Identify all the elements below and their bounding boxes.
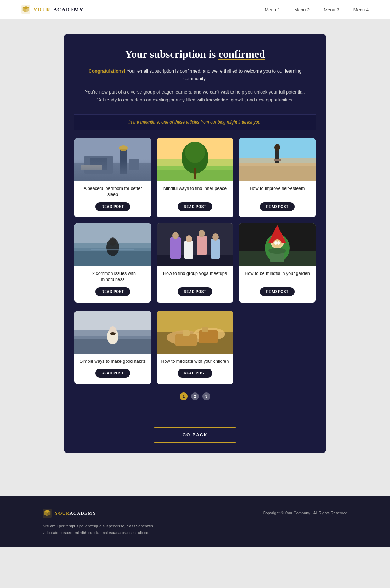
card-6: How to be mindful in your garden READ PO…: [239, 223, 316, 303]
svg-point-42: [273, 239, 282, 248]
svg-rect-14: [194, 168, 196, 179]
card-4-image: [74, 223, 151, 266]
footer-logo-your: YOUR: [55, 510, 69, 516]
svg-rect-31: [197, 236, 207, 255]
footer-inner: YOURACADEMY Nisi arcu per tempus pellent…: [43, 509, 347, 536]
svg-point-25: [109, 237, 116, 246]
nav-menu1[interactable]: Menu 1: [265, 7, 280, 12]
svg-rect-28: [157, 255, 233, 266]
go-back-button[interactable]: GO BACK: [154, 427, 236, 443]
svg-point-34: [186, 235, 192, 242]
cards-grid-bottom: Simple ways to make good habits READ POS…: [74, 311, 316, 384]
footer-logo-text: YOURACADEMY: [55, 510, 96, 516]
card-7-title: Simple ways to make good habits: [80, 358, 146, 365]
nav-menu3[interactable]: Menu 3: [324, 7, 339, 12]
card-3-image: [239, 138, 316, 181]
card-1-title: A peaceful bedroom for better sleep: [79, 186, 147, 198]
card-8-title: How to meditate with your children: [161, 358, 229, 365]
svg-point-33: [172, 232, 179, 239]
svg-rect-20: [274, 159, 281, 161]
go-back-section: GO BACK: [64, 424, 326, 453]
card-5: How to find group yoga meetups READ POST: [157, 223, 233, 303]
hero-desc: You're now part of a diverse group of ea…: [85, 88, 305, 104]
svg-rect-57: [176, 334, 197, 346]
card-2-read-btn[interactable]: READ POST: [178, 202, 213, 211]
card-8-image: [157, 311, 233, 354]
page-3[interactable]: 3: [202, 392, 210, 400]
card-7-image: [74, 311, 151, 354]
navbar: YOURACADEMY Menu 1 Menu 2 Menu 3 Menu 4: [0, 0, 390, 19]
card-5-title: How to find group yoga meetups: [163, 271, 227, 283]
card-8: How to meditate with your children READ …: [157, 311, 233, 384]
card-4-read-btn[interactable]: READ POST: [95, 287, 130, 296]
svg-point-35: [199, 230, 205, 237]
card-4-title: 12 common issues with mindfulness: [79, 271, 147, 283]
card-8-read-btn[interactable]: READ POST: [178, 369, 213, 378]
congrats-text: Your email subscription is confirmed, an…: [126, 68, 302, 81]
page-1[interactable]: 1: [180, 392, 188, 400]
card-6-image: [239, 223, 316, 266]
svg-point-44: [277, 241, 280, 245]
card-7-read-btn[interactable]: READ POST: [95, 369, 130, 378]
logo[interactable]: YOURACADEMY: [21, 5, 84, 14]
svg-point-43: [274, 241, 277, 245]
articles-banner-text: In the meantime, one of these articles f…: [82, 120, 308, 125]
svg-rect-30: [184, 241, 193, 259]
footer-left: YOURACADEMY Nisi arcu per tempus pellent…: [43, 509, 156, 536]
card-3-read-btn[interactable]: READ POST: [260, 202, 295, 211]
hero-card: Your subscription is confirmed Congratul…: [64, 34, 326, 453]
footer-copyright: Copyright © Your Company · All Rights Re…: [263, 511, 347, 515]
logo-your: YOUR: [33, 7, 50, 13]
footer: YOURACADEMY Nisi arcu per tempus pellent…: [0, 496, 390, 547]
logo-academy: ACADEMY: [53, 7, 83, 13]
svg-point-6: [119, 145, 128, 151]
card-4: 12 common issues with mindfulness READ P…: [74, 223, 151, 303]
card-6-title: How to be mindful in your garden: [245, 271, 310, 283]
svg-point-36: [212, 233, 219, 241]
page-wrapper: Your subscription is confirmed Congratul…: [57, 19, 333, 475]
pagination: 1 2 3: [74, 392, 316, 400]
svg-rect-29: [170, 237, 181, 259]
card-7: Simple ways to make good habits READ POS…: [74, 311, 151, 384]
svg-rect-26: [91, 249, 134, 250]
footer-desc: Nisi arcu per tempus pellentesque suspen…: [43, 523, 156, 536]
svg-rect-59: [183, 330, 190, 336]
congrats-line: Congratulations! Your email subscription…: [85, 68, 305, 83]
card-1-read-btn[interactable]: READ POST: [95, 202, 130, 211]
svg-point-13: [185, 142, 205, 163]
nav-links: Menu 1 Menu 2 Menu 3 Menu 4: [265, 7, 369, 12]
svg-rect-7: [129, 159, 139, 170]
svg-rect-1: [74, 138, 151, 181]
svg-rect-8: [81, 165, 102, 170]
card-5-image: [157, 223, 233, 266]
hero-title-confirmed: confirmed: [218, 48, 265, 60]
nav-menu2[interactable]: Menu 2: [294, 7, 310, 12]
hero-title-part1: Your subscription is: [125, 48, 218, 60]
card-1: A peaceful bedroom for better sleep READ…: [74, 138, 151, 217]
page-2[interactable]: 2: [191, 392, 199, 400]
logo-icon: [21, 5, 30, 14]
footer-logo-academy: ACADEMY: [69, 510, 96, 516]
svg-point-19: [274, 144, 280, 151]
articles-section: In the meantime, one of these articles f…: [64, 114, 326, 424]
card-3: How to improve self-esteem READ POST: [239, 138, 316, 217]
footer-logo-icon: [43, 509, 52, 518]
nav-menu4[interactable]: Menu 4: [353, 7, 369, 12]
footer-right: Copyright © Your Company · All Rights Re…: [263, 509, 347, 515]
svg-rect-52: [110, 332, 116, 335]
congrats-word: Congratulations!: [89, 68, 126, 74]
articles-banner: In the meantime, one of these articles f…: [74, 114, 316, 130]
card-2: Mindful ways to find inner peace READ PO…: [157, 138, 233, 217]
card-3-title: How to improve self-esteem: [250, 186, 305, 198]
footer-logo: YOURACADEMY: [43, 509, 156, 518]
svg-rect-4: [90, 158, 107, 170]
svg-rect-5: [120, 149, 127, 174]
svg-rect-58: [199, 330, 218, 343]
card-2-title: Mindful ways to find inner peace: [163, 186, 227, 198]
card-5-read-btn[interactable]: READ POST: [178, 287, 213, 296]
hero-text-section: Your subscription is confirmed Congratul…: [64, 34, 326, 114]
svg-rect-2: [74, 163, 151, 181]
hero-title: Your subscription is confirmed: [85, 48, 305, 61]
card-6-read-btn[interactable]: READ POST: [260, 287, 295, 296]
cards-grid-top: A peaceful bedroom for better sleep READ…: [74, 138, 316, 303]
